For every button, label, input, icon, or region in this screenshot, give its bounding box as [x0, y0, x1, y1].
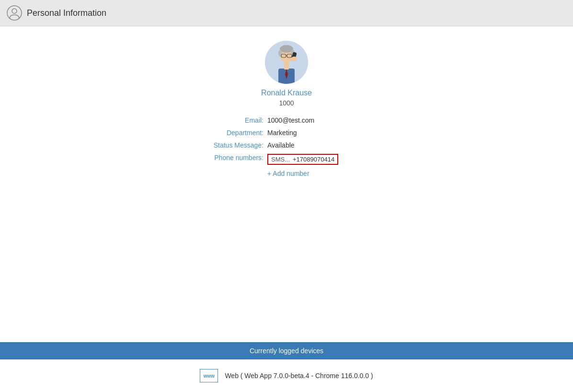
svg-point-14 [291, 57, 297, 61]
www-icon: www [200, 369, 218, 382]
person-icon [7, 5, 22, 21]
svg-point-5 [278, 50, 282, 57]
svg-rect-12 [284, 63, 289, 69]
user-name: Ronald Krause [261, 89, 312, 97]
user-id: 1000 [279, 99, 294, 107]
department-label: Department: [191, 129, 267, 137]
svg-point-1 [12, 9, 17, 13]
phone-box-container: SMS... +17089070414 [267, 154, 382, 165]
phone-number: +17089070414 [293, 156, 334, 163]
page-header: Personal Information [0, 0, 573, 26]
add-number-button[interactable]: + Add number [267, 170, 309, 177]
phone-numbers-label: Phone numbers: [191, 154, 267, 161]
logged-devices-title: Currently logged devices [250, 347, 323, 355]
status-message-value: Available [267, 141, 382, 149]
department-value: Marketing [267, 129, 382, 137]
add-number-row: + Add number [191, 170, 382, 177]
phone-type: SMS... [271, 156, 290, 163]
main-content: Ronald Krause 1000 Email: 1000@test.com … [0, 26, 573, 342]
phone-numbers-row: Phone numbers: SMS... +17089070414 [191, 154, 382, 165]
page-title: Personal Information [27, 8, 106, 18]
logged-devices-bar: Currently logged devices [0, 342, 573, 359]
status-message-row: Status Message: Available [191, 141, 382, 149]
status-message-label: Status Message: [191, 141, 267, 149]
email-value: 1000@test.com [267, 116, 382, 124]
device-text: Web ( Web App 7.0.0-beta.4 - Chrome 116.… [225, 372, 373, 380]
email-row: Email: 1000@test.com [191, 116, 382, 124]
email-label: Email: [191, 116, 267, 124]
device-section: www Web ( Web App 7.0.0-beta.4 - Chrome … [0, 359, 573, 392]
department-row: Department: Marketing [191, 129, 382, 137]
avatar [265, 41, 308, 84]
info-table: Email: 1000@test.com Department: Marketi… [191, 116, 382, 177]
phone-box[interactable]: SMS... +17089070414 [267, 154, 338, 165]
device-row: www Web ( Web App 7.0.0-beta.4 - Chrome … [200, 369, 373, 382]
